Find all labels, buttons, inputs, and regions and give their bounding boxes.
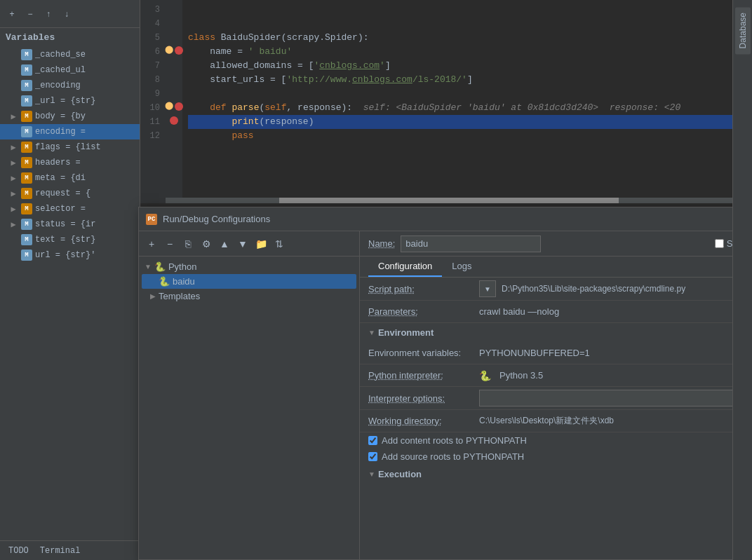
var-name-request: request = {: [35, 189, 90, 198]
interp-options-input[interactable]: [479, 390, 743, 407]
form-row-env-vars: Environment variables: PYTHONUNBUFFERED=…: [360, 342, 751, 364]
database-tab[interactable]: Database: [735, 7, 751, 54]
tree-folder-btn[interactable]: 📁: [253, 235, 269, 252]
var-icon-status: M: [21, 219, 32, 230]
execution-section-header[interactable]: ▼ Execution: [360, 465, 751, 484]
var-icon-request: M: [21, 188, 32, 199]
code-editor: 3 4 5 6 7 8 9 10 11 12 ⬤ ⬤: [140, 0, 732, 203]
left-panel: + − ↑ ↓ Variables M _cached_se M _cached…: [0, 0, 140, 560]
scrollbar-thumb[interactable]: [279, 198, 619, 203]
var-item-headers[interactable]: ▶ M headers =: [0, 155, 140, 170]
tree-down-btn[interactable]: ▼: [234, 235, 251, 252]
script-path-value: D:\Python35\Lib\site-packages\scrapy\cmd…: [502, 284, 743, 294]
config-name-input[interactable]: [401, 235, 541, 252]
config-form: Script path: ▼ D:\Python35\Lib\site-pack…: [360, 278, 751, 559]
var-item-url[interactable]: M _url = {str}: [0, 93, 140, 109]
sidebar-right: Database: [732, 0, 752, 560]
toolbar-btn-down[interactable]: ↓: [59, 6, 74, 22]
var-icon-body: M: [21, 111, 32, 122]
tree-settings-btn[interactable]: ⚙: [198, 235, 215, 252]
var-expand-icon-5: ▶: [8, 111, 18, 121]
gutter-column: ⬤ ⬤: [166, 0, 182, 203]
var-expand-icon-12: ▶: [8, 219, 18, 229]
env-vars-label: Environment variables:: [368, 348, 474, 358]
var-item-encoding[interactable]: M _encoding: [0, 78, 140, 93]
tree-copy-btn[interactable]: ⎘: [180, 235, 196, 252]
run-debug-dialog: PC Run/Debug Configurations + − ⎘ ⚙ ▲ ▼ …: [138, 207, 752, 560]
code-line-3: [188, 3, 732, 17]
toolbar-btn-up[interactable]: ↑: [41, 6, 56, 22]
code-line-4: [188, 17, 732, 31]
tree-item-baidu[interactable]: 🐍 baidu: [142, 274, 356, 289]
tree-sort-btn[interactable]: ⇅: [271, 235, 288, 252]
var-icon-cached-ul: M: [21, 64, 32, 76]
var-item-encoding2[interactable]: M encoding =: [0, 124, 140, 139]
parameters-value: crawl baidu —nolog: [479, 306, 743, 317]
config-name-bar: Name: Sha: [360, 231, 751, 257]
tree-add-btn[interactable]: +: [143, 235, 160, 252]
var-name-meta: meta = {di: [35, 173, 86, 183]
config-tree: + − ⎘ ⚙ ▲ ▼ 📁 ⇅ ▼ 🐍 Python 🐍: [139, 231, 360, 559]
tree-up-btn[interactable]: ▲: [216, 235, 233, 252]
environment-section-header[interactable]: ▼ Environment: [360, 323, 751, 342]
var-item-flags[interactable]: ▶ M flags = {list: [0, 139, 140, 155]
checkbox-row-content-roots: Add content roots to PYTHONPATH: [360, 432, 751, 449]
code-line-9: [188, 87, 732, 101]
add-content-roots-checkbox[interactable]: [368, 436, 377, 445]
add-source-roots-checkbox[interactable]: [368, 452, 377, 461]
tree-item-baidu-icon: 🐍: [159, 276, 170, 287]
var-item-cached-se[interactable]: M _cached_se: [0, 47, 140, 62]
var-item-request[interactable]: ▶ M request = {: [0, 186, 140, 201]
var-expand-icon-10: ▶: [8, 189, 18, 198]
python-group-expand-icon: ▼: [145, 263, 152, 271]
var-expand-icon-6: [8, 127, 18, 137]
var-item-cached-ul[interactable]: M _cached_ul: [0, 62, 140, 78]
toolbar-btn-remove[interactable]: −: [22, 6, 38, 22]
todo-tab[interactable]: TODO: [6, 545, 32, 557]
var-icon-encoding: M: [21, 80, 32, 91]
var-expand-icon-7: ▶: [8, 142, 18, 152]
var-expand-icon-14: [8, 250, 18, 260]
script-path-select-btn[interactable]: ▼: [479, 280, 496, 297]
parameters-label: Parameters:: [368, 306, 474, 317]
var-item-meta[interactable]: ▶ M meta = {di: [0, 170, 140, 186]
config-name-label: Name:: [368, 238, 395, 249]
var-name-url: _url = {str}: [35, 96, 95, 106]
var-item-text[interactable]: M text = {str}: [0, 232, 140, 247]
tab-logs[interactable]: Logs: [442, 257, 481, 277]
code-content[interactable]: class BaiduSpider(scrapy.Spider): name =…: [182, 0, 732, 203]
form-row-interp-options: Interpreter options:: [360, 387, 751, 410]
python-interp-value: Python 3.5: [499, 370, 743, 381]
checkbox-row-source-roots: Add source roots to PYTHONPATH: [360, 449, 751, 465]
tree-remove-btn[interactable]: −: [161, 235, 178, 252]
var-icon-url: M: [21, 95, 32, 107]
var-name-encoding2: encoding =: [35, 127, 86, 137]
var-item-selector[interactable]: ▶ M selector =: [0, 201, 140, 217]
tab-configuration[interactable]: Configuration: [368, 257, 442, 277]
toolbar-btn-add[interactable]: +: [4, 6, 20, 22]
config-tabs: Configuration Logs: [360, 257, 751, 278]
var-name-url2: url = {str}': [35, 250, 95, 260]
tree-item-templates-expand: ▶: [150, 292, 156, 300]
var-name-cached-ul: _cached_ul: [35, 65, 86, 75]
share-checkbox[interactable]: [715, 239, 724, 248]
var-name-status: status = {ir: [35, 219, 95, 229]
python-group: ▼ 🐍 Python 🐍 baidu ▶ Templates: [142, 259, 356, 303]
code-line-6: name = ' baidu': [188, 45, 732, 59]
var-item-url2[interactable]: M url = {str}': [0, 247, 140, 263]
var-name-selector: selector =: [35, 204, 86, 214]
working-dir-label: Working directory:: [368, 416, 474, 426]
python-group-header[interactable]: ▼ 🐍 Python: [142, 259, 356, 274]
tree-item-templates-label: Templates: [159, 291, 200, 301]
bottom-tabs: TODO Terminal: [0, 540, 140, 560]
code-line-11: print(response): [188, 115, 732, 129]
form-row-python-interp: Python interpreter: 🐍 Python 3.5: [360, 364, 751, 387]
horizontal-scrollbar[interactable]: [166, 198, 732, 203]
python-group-label: Python: [168, 261, 196, 272]
var-name-text: text = {str}: [35, 235, 95, 245]
var-item-body[interactable]: ▶ M body = {by: [0, 109, 140, 124]
tree-item-templates[interactable]: ▶ Templates: [142, 289, 356, 303]
var-item-status[interactable]: ▶ M status = {ir: [0, 217, 140, 232]
tree-item-baidu-label: baidu: [173, 276, 195, 287]
terminal-tab[interactable]: Terminal: [37, 545, 83, 557]
